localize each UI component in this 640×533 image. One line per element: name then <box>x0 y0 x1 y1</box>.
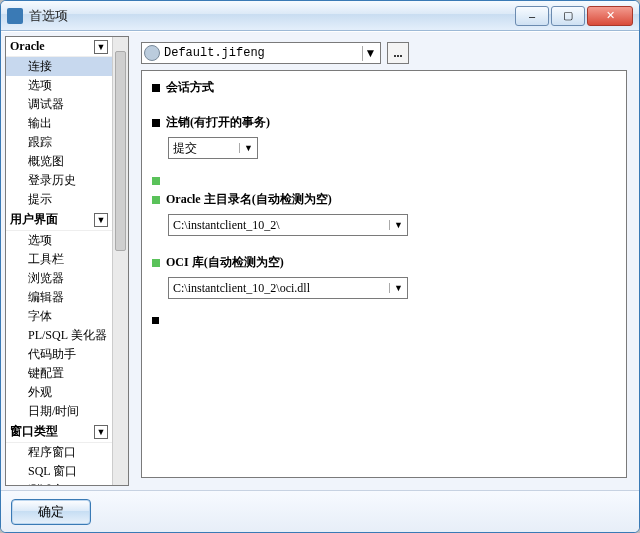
sidebar-item[interactable]: 输出 <box>6 114 112 133</box>
green-bullet-icon <box>152 259 160 267</box>
sidebar-item[interactable]: 浏览器 <box>6 269 112 288</box>
oracle-home-value: C:\instantclient_10_2\ <box>169 218 389 233</box>
sidebar-item[interactable]: 字体 <box>6 307 112 326</box>
chevron-down-icon: ▼ <box>389 283 407 293</box>
oci-label: OCI 库(自动检测为空) <box>166 254 284 271</box>
sidebar-item[interactable]: 键配置 <box>6 364 112 383</box>
sidebar-item[interactable]: 登录历史 <box>6 171 112 190</box>
sidebar-item[interactable]: 概览图 <box>6 152 112 171</box>
section-trailing <box>152 317 616 324</box>
sidebar-group-0[interactable]: Oracle▼ <box>6 37 112 57</box>
sidebar-item[interactable]: SQL 窗口 <box>6 462 112 481</box>
section-logoff: 注销(有打开的事务) 提交 ▼ <box>152 114 616 159</box>
sidebar[interactable]: Oracle▼连接选项调试器输出跟踪概览图登录历史提示用户界面▼选项工具栏浏览器… <box>5 36 129 486</box>
logoff-label: 注销(有打开的事务) <box>166 114 270 131</box>
close-icon: ✕ <box>606 9 615 22</box>
green-bullet-icon <box>152 177 160 185</box>
sidebar-item[interactable]: 代码助手 <box>6 345 112 364</box>
ellipsis-icon: ... <box>394 46 403 61</box>
oracle-home-label: Oracle 主目录名(自动检测为空) <box>166 191 332 208</box>
chevron-down-icon: ▼ <box>362 46 378 61</box>
sidebar-scrollbar[interactable] <box>112 37 128 485</box>
sidebar-group-label: 窗口类型 <box>10 423 58 440</box>
sidebar-item[interactable]: PL/SQL 美化器 <box>6 326 112 345</box>
settings-panel: 会话方式 注销(有打开的事务) 提交 ▼ <box>141 70 627 478</box>
sidebar-item[interactable]: 跟踪 <box>6 133 112 152</box>
chevron-down-icon[interactable]: ▼ <box>94 213 108 227</box>
oracle-home-select[interactable]: C:\instantclient_10_2\ ▼ <box>168 214 408 236</box>
profile-select[interactable]: Default.jifeng ▼ <box>141 42 381 64</box>
oci-value: C:\instantclient_10_2\oci.dll <box>169 281 389 296</box>
preferences-window: 首选项 – ▢ ✕ Oracle▼连接选项调试器输出跟踪概览图登录历史提示用户界… <box>0 0 640 533</box>
chevron-down-icon[interactable]: ▼ <box>94 40 108 54</box>
sidebar-item[interactable]: 测试窗口 <box>6 481 112 486</box>
oci-select[interactable]: C:\instantclient_10_2\oci.dll ▼ <box>168 277 408 299</box>
app-icon <box>7 8 23 24</box>
sidebar-item[interactable]: 选项 <box>6 231 112 250</box>
bullet-icon <box>152 84 160 92</box>
section-oci: OCI 库(自动检测为空) C:\instantclient_10_2\oci.… <box>152 254 616 299</box>
minimize-button[interactable]: – <box>515 6 549 26</box>
window-title: 首选项 <box>29 7 515 25</box>
footer: 确定 <box>1 490 639 532</box>
profile-label: Default.jifeng <box>164 46 362 60</box>
logoff-value: 提交 <box>169 140 239 157</box>
sidebar-group-label: Oracle <box>10 39 45 54</box>
sidebar-item[interactable]: 编辑器 <box>6 288 112 307</box>
sidebar-item[interactable]: 选项 <box>6 76 112 95</box>
scrollbar-thumb[interactable] <box>115 51 126 251</box>
sidebar-item[interactable]: 外观 <box>6 383 112 402</box>
green-bullet-icon <box>152 196 160 204</box>
sidebar-item[interactable]: 连接 <box>6 57 112 76</box>
profile-browse-button[interactable]: ... <box>387 42 409 64</box>
section-oracle-home: Oracle 主目录名(自动检测为空) C:\instantclient_10_… <box>152 191 616 236</box>
ok-label: 确定 <box>38 503 64 521</box>
chevron-down-icon: ▼ <box>389 220 407 230</box>
chevron-down-icon[interactable]: ▼ <box>94 425 108 439</box>
minimize-icon: – <box>529 10 535 22</box>
section-green-spacer <box>152 177 616 185</box>
bullet-icon <box>152 119 160 127</box>
maximize-button[interactable]: ▢ <box>551 6 585 26</box>
content-area: Oracle▼连接选项调试器输出跟踪概览图登录历史提示用户界面▼选项工具栏浏览器… <box>1 31 639 490</box>
sidebar-item[interactable]: 日期/时间 <box>6 402 112 421</box>
chevron-down-icon: ▼ <box>239 143 257 153</box>
logoff-select[interactable]: 提交 ▼ <box>168 137 258 159</box>
sidebar-item[interactable]: 提示 <box>6 190 112 209</box>
sidebar-group-label: 用户界面 <box>10 211 58 228</box>
bullet-icon <box>152 317 159 324</box>
sidebar-item[interactable]: 程序窗口 <box>6 443 112 462</box>
sidebar-item[interactable]: 工具栏 <box>6 250 112 269</box>
section-title-session: 会话方式 <box>166 79 214 96</box>
titlebar[interactable]: 首选项 – ▢ ✕ <box>1 1 639 31</box>
ok-button[interactable]: 确定 <box>11 499 91 525</box>
main-pane: Default.jifeng ▼ ... 会话方式 <box>133 36 635 486</box>
sidebar-item[interactable]: 调试器 <box>6 95 112 114</box>
close-button[interactable]: ✕ <box>587 6 633 26</box>
section-session-mode: 会话方式 <box>152 79 616 96</box>
profile-icon <box>144 45 160 61</box>
sidebar-group-1[interactable]: 用户界面▼ <box>6 209 112 231</box>
maximize-icon: ▢ <box>563 9 573 22</box>
sidebar-group-2[interactable]: 窗口类型▼ <box>6 421 112 443</box>
